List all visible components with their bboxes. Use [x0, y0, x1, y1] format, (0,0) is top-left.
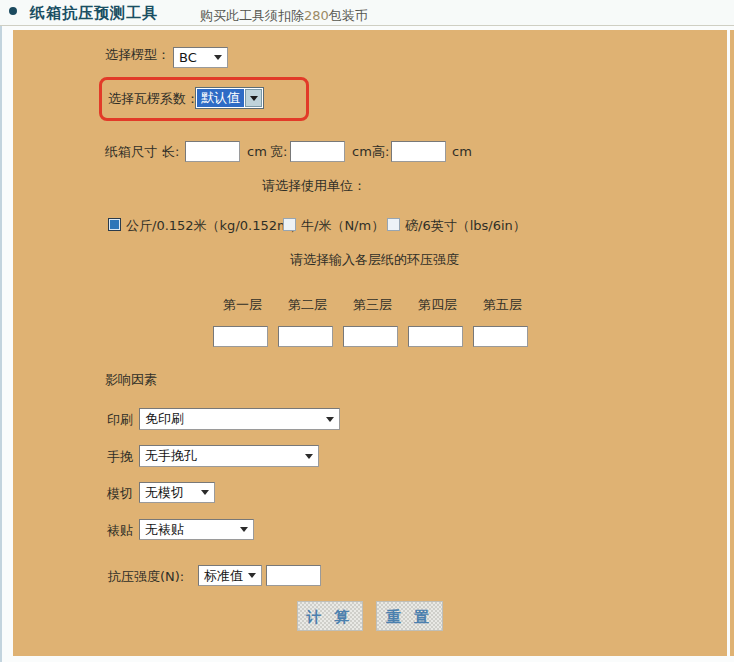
printing-select[interactable]: 免印刷: [139, 408, 340, 430]
chevron-down-icon: [240, 527, 248, 532]
layer-5-label: 第五层: [483, 297, 522, 313]
page: 纸箱抗压预测工具 购买此工具须扣除280包装币 选择楞型： BC 选择瓦楞系数：…: [0, 0, 734, 662]
chevron-down-icon: [201, 490, 209, 495]
strength-mode-value: 标准值: [204, 567, 243, 585]
chevron-down-icon: [250, 96, 258, 101]
purchase-note: 购买此工具须扣除280包装币: [200, 7, 368, 25]
strength-input[interactable]: [266, 565, 321, 586]
length-unit-label: cm: [247, 144, 267, 160]
layer-2-label: 第二层: [288, 297, 327, 313]
reset-button[interactable]: 重 置: [376, 601, 443, 631]
width-unit-label: cm: [352, 144, 372, 160]
page-title: 纸箱抗压预测工具: [30, 4, 158, 23]
header-bar: 纸箱抗压预测工具 购买此工具须扣除280包装币: [0, 0, 734, 26]
checkbox-check-fill: [110, 220, 119, 229]
printing-value: 免印刷: [145, 410, 184, 428]
handle-select[interactable]: 无手挽孔: [139, 445, 319, 467]
layer-3-label: 第三层: [353, 297, 392, 313]
purchase-note-suffix: 包装币: [329, 8, 368, 23]
units-prompt: 请选择使用单位：: [262, 178, 366, 194]
laminate-select[interactable]: 无裱贴: [139, 519, 254, 540]
purchase-note-prefix: 购买此工具须扣除: [200, 8, 304, 23]
handle-label: 手挽: [107, 449, 133, 465]
chevron-down-icon: [305, 454, 313, 459]
layer-4-label: 第四层: [418, 297, 457, 313]
carton-size-label: 纸箱尺寸：: [105, 144, 170, 160]
tool-bullet-icon: [9, 7, 17, 15]
flute-type-label: 选择楞型：: [105, 47, 170, 63]
diecut-value: 无模切: [145, 484, 184, 502]
layer-4-input[interactable]: [408, 326, 463, 347]
layer-3-input[interactable]: [343, 326, 398, 347]
width-input[interactable]: [290, 141, 345, 162]
strength-mode-select[interactable]: 标准值: [198, 565, 262, 586]
height-label: 高:: [372, 144, 389, 160]
height-input[interactable]: [391, 141, 446, 162]
chevron-down-icon: [214, 55, 222, 60]
coefficient-select[interactable]: 默认值: [195, 87, 264, 109]
strength-label: 抗压强度(N):: [108, 569, 184, 585]
width-label: 宽:: [270, 144, 287, 160]
factors-section-label: 影响因素: [105, 372, 157, 388]
unit-checkbox-nm[interactable]: [283, 218, 296, 231]
ring-crush-prompt: 请选择输入各层纸的环压强度: [290, 252, 459, 268]
chevron-down-icon: [326, 417, 334, 422]
diecut-label: 模切: [107, 486, 133, 502]
handle-value: 无手挽孔: [145, 447, 197, 465]
height-unit-label: cm: [452, 144, 472, 160]
unit-checkbox-kg[interactable]: [108, 218, 121, 231]
length-input[interactable]: [185, 141, 240, 162]
coefficient-dropdown-button[interactable]: [245, 89, 262, 107]
panel-right-gap: [727, 30, 730, 656]
purchase-note-amount: 280: [304, 8, 329, 23]
coefficient-value: 默认值: [197, 89, 244, 107]
coefficient-label: 选择瓦楞系数：: [108, 91, 199, 107]
length-label: 长:: [162, 144, 179, 160]
unit-label-nm[interactable]: 牛/米（N/m）: [301, 218, 384, 234]
unit-checkbox-lbs[interactable]: [387, 218, 400, 231]
laminate-value: 无裱贴: [145, 521, 184, 539]
layer-1-input[interactable]: [213, 326, 268, 347]
diecut-select[interactable]: 无模切: [139, 482, 215, 503]
calculate-button[interactable]: 计 算: [297, 601, 363, 631]
flute-type-value: BC: [179, 50, 197, 65]
laminate-label: 裱贴: [107, 523, 133, 539]
layer-5-input[interactable]: [473, 326, 528, 347]
printing-label: 印刷: [107, 412, 133, 428]
window-left-border: [0, 0, 2, 662]
chevron-down-icon: [248, 573, 256, 578]
unit-label-kg[interactable]: 公斤/0.152米（kg/0.152m）: [126, 218, 303, 234]
layer-1-label: 第一层: [223, 297, 262, 313]
flute-type-select[interactable]: BC: [173, 47, 228, 68]
layer-2-input[interactable]: [278, 326, 333, 347]
unit-label-lbs[interactable]: 磅/6英寸（lbs/6in）: [405, 218, 526, 234]
